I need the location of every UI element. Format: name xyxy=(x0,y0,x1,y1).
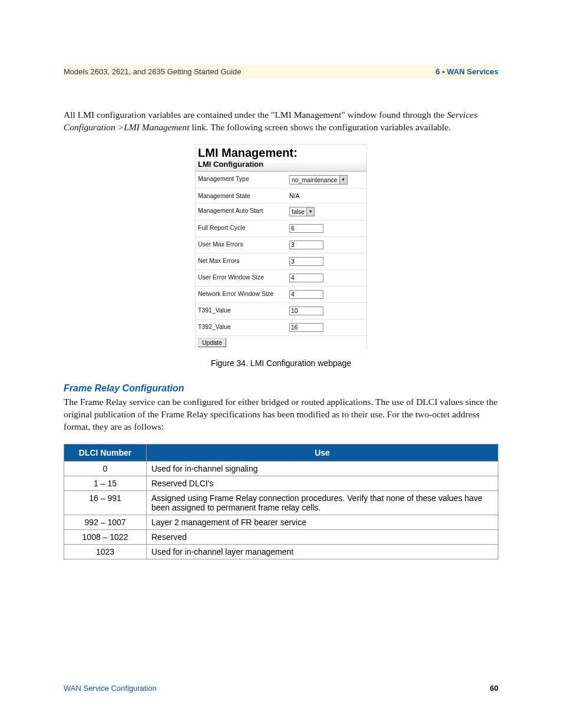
table-row: 1008 – 1022 Reserved xyxy=(64,529,498,544)
table-row: 1 – 15 Reserved DLCI's xyxy=(64,476,498,490)
update-button[interactable]: Update xyxy=(198,338,226,347)
label-user-win: User Error Window Size xyxy=(198,274,289,282)
table-row: 16 – 991 Assigned using Frame Relay conn… xyxy=(64,490,498,515)
user-win-input[interactable] xyxy=(289,274,323,282)
management-type-dropdown[interactable]: no_maintenance ▼ xyxy=(289,175,348,185)
intro-part2: link. The following screen shows the con… xyxy=(190,122,451,132)
cell-dlci: 16 – 991 xyxy=(64,490,147,515)
intro-paragraph: All LMI configuration variables are cont… xyxy=(64,109,498,134)
label-net-win: Network Error Window Size xyxy=(198,290,289,299)
footer-page-number: 60 xyxy=(490,684,498,693)
cell-dlci: 1023 xyxy=(64,544,147,559)
chevron-down-icon: ▼ xyxy=(306,207,314,216)
section-heading: Frame Relay Configuration xyxy=(64,383,498,394)
cell-use: Used for in-channel layer management xyxy=(147,544,498,559)
net-max-input[interactable] xyxy=(289,257,323,266)
row-network-error-window: Network Error Window Size xyxy=(196,286,366,303)
table-row: 1023 Used for in-channel layer managemen… xyxy=(64,544,498,559)
t392-input[interactable] xyxy=(289,323,323,332)
t391-input[interactable] xyxy=(289,307,323,315)
row-auto-start: Management Auto Start false ▼ xyxy=(196,203,366,220)
page-footer: WAN Service Configuration 60 xyxy=(64,684,498,693)
cell-dlci: 992 – 1007 xyxy=(64,515,147,529)
row-user-error-window: User Error Window Size xyxy=(196,270,366,286)
full-report-input[interactable] xyxy=(289,224,323,233)
management-state-value: N/A xyxy=(289,192,364,199)
header-right-text: 6 • WAN Services xyxy=(436,67,498,76)
dlci-table: DLCI Number Use 0 Used for in-channel si… xyxy=(64,444,498,559)
table-header-dlci: DLCI Number xyxy=(64,444,147,461)
cell-dlci: 1 – 15 xyxy=(64,476,147,490)
row-t391: T391_Value xyxy=(196,303,366,319)
cell-use: Assigned using Frame Relay connection pr… xyxy=(147,490,498,515)
page-header: Models 2603, 2621, and 2635 Getting Star… xyxy=(64,65,498,78)
figure-caption: Figure 34. LMI Configuration webpage xyxy=(64,358,498,368)
table-header-use: Use xyxy=(147,444,498,461)
label-net-max: Net Max Errors xyxy=(198,257,289,266)
management-type-value: no_maintenance xyxy=(290,176,339,183)
label-full-report: Full Report Cycle xyxy=(198,224,289,233)
section-body: The Frame Relay service can be configure… xyxy=(64,396,498,433)
lmi-config-panel: LMI Management: LMI Configuration Manage… xyxy=(195,144,367,350)
label-management-type: Management Type xyxy=(198,175,289,185)
auto-start-dropdown[interactable]: false ▼ xyxy=(289,207,315,216)
cell-use: Layer 2 management of FR bearer service xyxy=(147,515,498,529)
chevron-down-icon: ▼ xyxy=(339,176,347,184)
row-full-report-cycle: Full Report Cycle xyxy=(196,220,366,237)
header-left-text: Models 2603, 2621, and 2635 Getting Star… xyxy=(64,67,241,76)
label-auto-start: Management Auto Start xyxy=(198,207,289,216)
cell-dlci: 1008 – 1022 xyxy=(64,529,147,544)
label-t392: T392_Value xyxy=(198,323,289,332)
footer-left: WAN Service Configuration xyxy=(64,684,157,693)
panel-title: LMI Management: xyxy=(196,145,366,160)
row-user-max-errors: User Max Errors xyxy=(196,237,366,253)
panel-subtitle: LMI Configuration xyxy=(196,160,366,172)
table-row: 0 Used for in-channel signaling xyxy=(64,461,498,476)
cell-dlci: 0 xyxy=(64,461,147,476)
auto-start-value: false xyxy=(290,208,306,215)
table-row: 992 – 1007 Layer 2 management of FR bear… xyxy=(64,515,498,529)
row-net-max-errors: Net Max Errors xyxy=(196,253,366,270)
label-t391: T391_Value xyxy=(198,307,289,315)
row-management-type: Management Type no_maintenance ▼ xyxy=(196,172,366,189)
row-t392: T392_Value xyxy=(196,319,366,336)
label-user-max: User Max Errors xyxy=(198,241,289,249)
net-win-input[interactable] xyxy=(289,290,323,299)
row-management-state: Management State N/A xyxy=(196,189,366,203)
intro-part1: All LMI configuration variables are cont… xyxy=(64,110,447,120)
user-max-input[interactable] xyxy=(289,241,323,249)
cell-use: Reserved xyxy=(147,529,498,544)
label-management-state: Management State xyxy=(198,192,289,199)
cell-use: Reserved DLCI's xyxy=(147,476,498,490)
cell-use: Used for in-channel signaling xyxy=(147,461,498,476)
